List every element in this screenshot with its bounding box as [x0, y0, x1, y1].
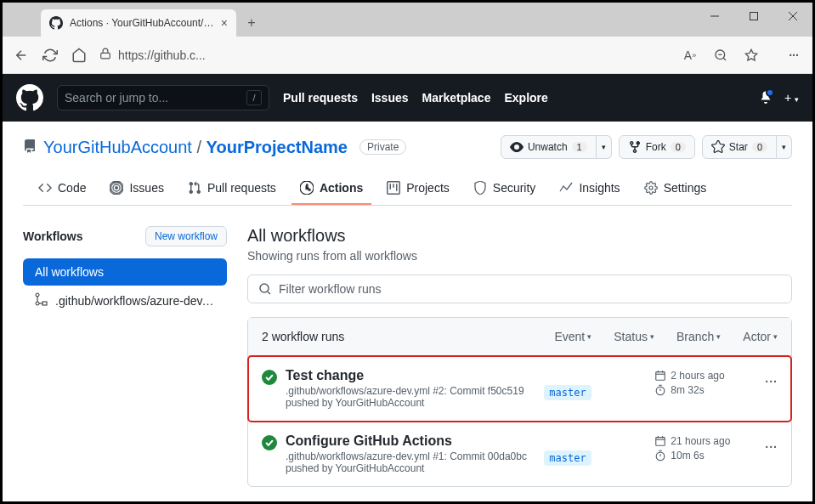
- runs-count: 2 workflow runs: [262, 330, 344, 343]
- tab-code[interactable]: Code: [30, 173, 94, 205]
- browser-titlebar: Actions · YourGitHubAccount/Yo × +: [3, 3, 812, 37]
- run-menu-button[interactable]: ···: [765, 368, 778, 388]
- tab-projects[interactable]: Projects: [378, 173, 458, 205]
- branch-pill[interactable]: master: [544, 385, 591, 400]
- close-icon[interactable]: ×: [221, 16, 228, 30]
- url-text: https://github.c...: [118, 48, 206, 62]
- maximize-button[interactable]: [734, 3, 773, 30]
- star-dropdown[interactable]: ▾: [777, 135, 792, 159]
- star-group: Star 0 ▾: [702, 135, 792, 159]
- run-title: Test change: [286, 368, 535, 383]
- svg-point-17: [262, 370, 277, 385]
- svg-rect-26: [656, 438, 665, 446]
- fork-label: Fork: [646, 141, 666, 153]
- run-row[interactable]: Configure GitHub Actions .github/workflo…: [248, 422, 791, 486]
- close-window-button[interactable]: [773, 3, 812, 30]
- star-label: Star: [729, 141, 748, 153]
- zoom-button[interactable]: [712, 47, 729, 64]
- svg-rect-5: [101, 53, 110, 58]
- github-header: Search or jump to... / Pull requests Iss…: [3, 74, 812, 122]
- tab-insights[interactable]: Insights: [551, 173, 628, 205]
- branch-pill[interactable]: master: [544, 450, 591, 466]
- svg-point-10: [115, 186, 118, 190]
- nav-explore[interactable]: Explore: [504, 91, 547, 105]
- run-title: Configure GitHub Actions: [286, 433, 535, 449]
- more-button[interactable]: ···: [785, 47, 802, 64]
- tab-issues[interactable]: Issues: [101, 173, 172, 205]
- home-button[interactable]: [71, 47, 88, 64]
- svg-rect-1: [750, 13, 758, 20]
- run-meta: .github/workflows/azure-dev.yml #2: Comm…: [286, 385, 535, 409]
- lock-icon: [99, 48, 111, 62]
- run-time: 21 hours ago 10m 6s: [654, 433, 756, 464]
- filter-event[interactable]: Event ▾: [554, 330, 591, 343]
- tab-settings[interactable]: Settings: [636, 173, 716, 205]
- page-title: All workflows: [247, 226, 792, 246]
- filter-branch[interactable]: Branch ▾: [676, 330, 721, 343]
- sidebar-workflow-item[interactable]: .github/workflows/azure-dev....: [23, 286, 227, 315]
- slash-hint: /: [246, 90, 262, 105]
- repo-owner[interactable]: YourGitHubAccount: [43, 138, 192, 156]
- tab-actions[interactable]: Actions: [291, 173, 371, 205]
- content: Workflows New workflow All workflows .gi…: [3, 206, 812, 504]
- nav-pulls[interactable]: Pull requests: [283, 91, 358, 105]
- watch-label: Unwatch: [528, 141, 568, 153]
- notification-dot: [766, 88, 774, 97]
- filter-status[interactable]: Status ▾: [614, 330, 654, 343]
- tab-pulls[interactable]: Pull requests: [179, 173, 285, 205]
- page-subtitle: Showing runs from all workflows: [247, 249, 792, 263]
- github-nav: Pull requests Issues Marketplace Explore: [283, 91, 548, 105]
- favorite-button[interactable]: [743, 47, 760, 64]
- success-icon: [262, 435, 277, 453]
- browser-tab[interactable]: Actions · YourGitHubAccount/Yo ×: [41, 9, 236, 37]
- svg-point-12: [36, 293, 39, 297]
- filter-actor[interactable]: Actor ▾: [743, 330, 778, 343]
- calendar-icon: [654, 370, 666, 382]
- fork-button[interactable]: Fork 0: [619, 135, 695, 159]
- url-box[interactable]: https://github.c...: [99, 48, 206, 62]
- github-search[interactable]: Search or jump to... /: [57, 85, 269, 110]
- tab-security[interactable]: Security: [465, 173, 545, 205]
- svg-rect-14: [42, 302, 47, 305]
- svg-marker-9: [745, 49, 756, 60]
- svg-point-15: [260, 284, 269, 292]
- notifications-button[interactable]: [759, 90, 773, 106]
- star-button[interactable]: Star 0: [702, 135, 777, 159]
- stopwatch-icon: [654, 384, 666, 396]
- repo-tabs: Code Issues Pull requests Actions Projec…: [23, 173, 792, 206]
- tab-strip: Actions · YourGitHubAccount/Yo × +: [3, 3, 263, 37]
- run-menu-button[interactable]: ···: [765, 433, 778, 454]
- repo-name[interactable]: YourProjectName: [207, 138, 348, 156]
- create-menu[interactable]: + ▾: [784, 91, 799, 105]
- workflow-icon: [35, 292, 48, 309]
- nav-issues[interactable]: Issues: [371, 91, 409, 105]
- new-workflow-button[interactable]: New workflow: [145, 226, 227, 246]
- github-logo[interactable]: [16, 84, 43, 111]
- filter-input[interactable]: Filter workflow runs: [247, 275, 792, 303]
- new-tab-button[interactable]: +: [240, 11, 263, 35]
- success-icon: [262, 370, 277, 388]
- main-panel: All workflows Showing runs from all work…: [247, 226, 792, 487]
- address-bar: https://github.c... A» ···: [3, 37, 812, 74]
- svg-rect-18: [656, 372, 665, 381]
- all-workflows-label: All workflows: [35, 265, 104, 279]
- run-time: 2 hours ago 8m 32s: [654, 368, 756, 399]
- run-row[interactable]: Test change .github/workflows/azure-dev.…: [248, 356, 791, 422]
- svg-line-7: [723, 58, 726, 60]
- repo-icon: [23, 139, 37, 156]
- watch-group: Unwatch 1 ▾: [501, 135, 612, 159]
- nav-marketplace[interactable]: Marketplace: [422, 91, 491, 105]
- back-button[interactable]: [13, 47, 30, 64]
- sidebar-all-workflows[interactable]: All workflows: [23, 258, 227, 286]
- watch-button[interactable]: Unwatch 1: [501, 135, 597, 159]
- text-size-button[interactable]: A»: [682, 47, 699, 64]
- fork-count: 0: [671, 142, 686, 152]
- github-favicon: [49, 16, 63, 30]
- repo-path: YourGitHubAccount / YourProjectName: [43, 138, 348, 157]
- minimize-button[interactable]: [695, 3, 734, 30]
- search-icon: [258, 282, 272, 296]
- refresh-button[interactable]: [42, 47, 59, 64]
- filter-placeholder: Filter workflow runs: [279, 282, 382, 296]
- runs-box: 2 workflow runs Event ▾ Status ▾ Branch …: [247, 317, 792, 487]
- watch-dropdown[interactable]: ▾: [597, 135, 612, 159]
